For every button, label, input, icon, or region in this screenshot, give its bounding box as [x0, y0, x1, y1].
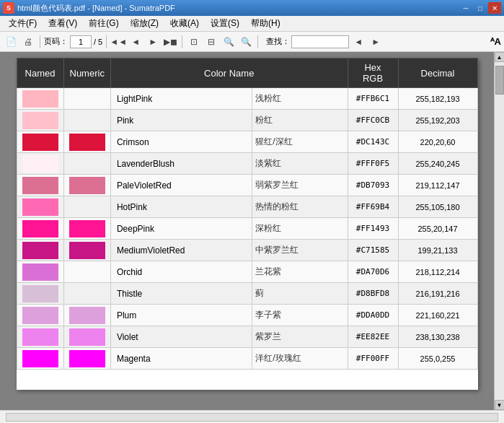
- numeric-swatch-cell: [63, 348, 110, 370]
- color-name-cn-cell: 淡紫红: [252, 153, 348, 175]
- named-color-swatch: [22, 177, 58, 194]
- close-button[interactable]: ✕: [488, 2, 501, 14]
- header-decimal: Decimal: [398, 58, 477, 88]
- decimal-cell: 255,240,245: [398, 153, 477, 175]
- hex-cell: #DB7093: [348, 175, 398, 196]
- table-row: Thistle蓟#D8BFD8216,191,216: [17, 283, 477, 305]
- named-color-swatch: [22, 307, 58, 324]
- zoom-out-button[interactable]: 🔍: [221, 34, 236, 50]
- search-next-button[interactable]: ►: [368, 34, 384, 50]
- color-name-cn-cell: 李子紫: [252, 305, 348, 326]
- decimal-cell: 255,0,255: [398, 348, 477, 370]
- named-color-swatch: [22, 134, 58, 151]
- menu-settings[interactable]: 设置(S): [205, 16, 245, 31]
- named-color-swatch: [22, 199, 58, 216]
- page-label: 页码：: [44, 36, 68, 47]
- hex-cell: #FFB6C1: [348, 88, 398, 110]
- menu-help[interactable]: 帮助(H): [245, 16, 286, 31]
- main-area: Named Numeric Color Name Hex RGB Decimal…: [0, 52, 504, 410]
- color-name-en-cell: Crimson: [110, 131, 252, 153]
- hex-cell: #C71585: [348, 240, 398, 261]
- window-title: html颜色代码表.pdf - [Named] - SumatraPDF: [17, 3, 175, 14]
- zoom-fit-width-button[interactable]: ⊟: [203, 34, 219, 50]
- table-row: Orchid兰花紫#DA70D6218,112,214: [17, 261, 477, 283]
- color-name-cn-cell: 弱紫罗兰红: [252, 175, 348, 196]
- menu-zoom[interactable]: 缩放(Z): [125, 16, 164, 31]
- color-name-cn-cell: 紫罗兰: [252, 326, 348, 348]
- app-icon: S: [3, 2, 14, 14]
- decimal-cell: 255,20,147: [398, 218, 477, 240]
- named-swatch-cell: [17, 110, 63, 131]
- color-name-cn-cell: 中紫罗兰红: [252, 240, 348, 261]
- decimal-cell: 216,191,216: [398, 283, 477, 305]
- decimal-cell: 255,192,203: [398, 110, 477, 131]
- page-input-wrap: 页码： / 5: [44, 35, 102, 48]
- color-name-cn-cell: 热情的粉红: [252, 196, 348, 218]
- menu-goto[interactable]: 前往(G): [83, 16, 124, 31]
- scroll-thumb[interactable]: [495, 66, 504, 95]
- hex-cell: #FF69B4: [348, 196, 398, 218]
- toolbar-separator-1: [40, 35, 40, 48]
- nav-prev-button[interactable]: ◄: [128, 34, 143, 50]
- named-swatch-cell: [17, 88, 63, 110]
- menu-favorites[interactable]: 收藏(A): [164, 16, 205, 31]
- page-total: / 5: [94, 38, 102, 46]
- header-named: Named: [17, 58, 63, 88]
- named-color-swatch: [22, 220, 58, 237]
- nav-first-button[interactable]: ◄◄: [110, 34, 126, 50]
- page-input[interactable]: [70, 35, 92, 48]
- scroll-down-button[interactable]: ▼: [495, 400, 505, 410]
- maximize-button[interactable]: □: [474, 2, 487, 14]
- decimal-cell: 255,182,193: [398, 88, 477, 110]
- color-name-cn-cell: 洋红/玫瑰红: [252, 348, 348, 370]
- color-name-en-cell: HotPink: [110, 196, 252, 218]
- menu-file[interactable]: 文件(F): [3, 16, 43, 31]
- decimal-cell: 221,160,221: [398, 305, 477, 326]
- color-name-en-cell: LavenderBlush: [110, 153, 252, 175]
- search-prev-button[interactable]: ◄: [350, 34, 366, 50]
- nav-next-button[interactable]: ►: [145, 34, 161, 50]
- search-input[interactable]: [291, 35, 349, 48]
- title-bar: S html颜色代码表.pdf - [Named] - SumatraPDF ─…: [0, 0, 504, 16]
- zoom-in-button[interactable]: 🔍: [238, 34, 254, 50]
- header-colorname: Color Name: [110, 58, 348, 88]
- named-color-swatch: [22, 155, 58, 173]
- named-color-swatch: [22, 350, 58, 367]
- scroll-up-button[interactable]: ▲: [495, 52, 505, 62]
- numeric-swatch-cell: [63, 88, 110, 110]
- named-swatch-cell: [17, 218, 63, 240]
- table-row: Crimson猩红/深红#DC143C220,20,60: [17, 131, 477, 153]
- hex-cell: #FF00FF: [348, 348, 398, 370]
- hex-cell: #D8BFD8: [348, 283, 398, 305]
- table-row: LavenderBlush淡紫红#FFF0F5255,240,245: [17, 153, 477, 175]
- nav-last-button[interactable]: ▶◼: [162, 34, 178, 50]
- decimal-cell: 219,112,147: [398, 175, 477, 196]
- color-name-en-cell: Thistle: [110, 283, 252, 305]
- table-row: Pink粉红#FFC0CB255,192,203: [17, 110, 477, 131]
- color-name-en-cell: Violet: [110, 326, 252, 348]
- hex-cell: #DC143C: [348, 131, 398, 153]
- horizontal-scrollbar[interactable]: [6, 413, 498, 422]
- numeric-swatch-cell: [63, 283, 110, 305]
- decimal-cell: 255,105,180: [398, 196, 477, 218]
- hex-cell: #DDA0DD: [348, 305, 398, 326]
- named-color-swatch: [22, 263, 58, 281]
- color-table: Named Numeric Color Name Hex RGB Decimal…: [17, 58, 478, 370]
- table-row: Plum李子紫#DDA0DD221,160,221: [17, 305, 477, 326]
- named-color-swatch: [22, 328, 58, 346]
- numeric-color-swatch: [69, 177, 105, 194]
- named-swatch-cell: [17, 196, 63, 218]
- document-page: Named Numeric Color Name Hex RGB Decimal…: [17, 58, 478, 390]
- numeric-color-swatch: [69, 242, 105, 259]
- toolbar: 📄 🖨 页码： / 5 ◄◄ ◄ ► ▶◼ ⊡ ⊟ 🔍 🔍 查找： ◄ ► ᴬA: [0, 32, 504, 52]
- menu-view[interactable]: 查看(V): [43, 16, 83, 31]
- named-swatch-cell: [17, 261, 63, 283]
- named-color-swatch: [22, 285, 58, 302]
- toolbar-open-button[interactable]: 📄: [3, 34, 19, 50]
- color-name-cn-cell: 蓟: [252, 283, 348, 305]
- color-name-cn-cell: 兰花紫: [252, 261, 348, 283]
- toolbar-print-button[interactable]: 🖨: [20, 34, 36, 50]
- zoom-fit-page-button[interactable]: ⊡: [186, 34, 202, 50]
- minimize-button[interactable]: ─: [459, 2, 472, 14]
- numeric-swatch-cell: [63, 175, 110, 196]
